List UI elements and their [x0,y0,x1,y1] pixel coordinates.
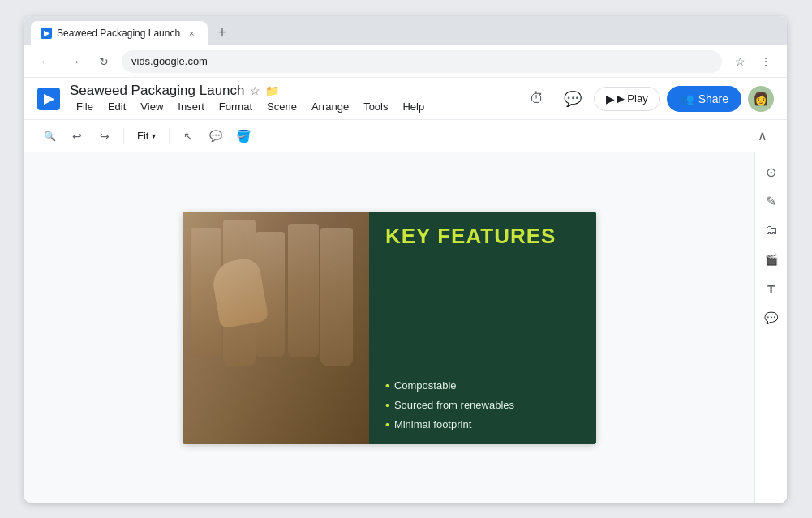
feature-2: • Sourced from renewables [385,399,580,412]
menu-help[interactable]: Help [396,99,431,114]
refresh-button[interactable]: ↻ [92,50,115,73]
comment-button[interactable]: 💬 [558,84,587,113]
app-title-section: Seaweed Packaging Launch ☆ 📁 File Edit V… [70,83,431,114]
photo-overlay [183,212,369,444]
user-avatar[interactable]: 👩 [748,86,774,112]
folder-icon[interactable]: 📁 [265,84,279,97]
redo-button[interactable]: ↪ [92,124,117,148]
play-button[interactable]: ▶ ▶ Play [594,87,660,111]
menu-insert[interactable]: Insert [171,99,211,114]
media-button[interactable]: 🎬 [758,246,784,272]
toolbar: 🔍 ↩ ↪ Fit ▾ ↖ 💬 🪣 ∧ [24,120,787,152]
tab-title: Seaweed Packaging Launch [57,28,180,39]
folder-button[interactable]: 🗂 [758,217,784,243]
undo-button[interactable]: ↩ [65,124,89,148]
fit-chevron-icon: ▾ [152,131,156,140]
tab-favicon: ▶ [41,28,52,39]
feature-2-text: Sourced from renewables [394,399,514,411]
right-panel: ⊙ ✎ 🗂 🎬 T 💬 [754,152,787,503]
menu-arrange[interactable]: Arrange [305,99,355,114]
zoom-out-button[interactable]: 🔍 [37,124,62,148]
nav-right-area: ☆ ⋮ [728,50,777,73]
share-button[interactable]: 👥 Share [667,86,741,112]
new-tab-button[interactable]: + [211,21,234,44]
address-bar[interactable]: vids.google.com [122,50,722,73]
nav-bar: ← → ↻ vids.google.com ☆ ⋮ [24,45,787,78]
toolbar-divider-1 [123,128,124,144]
bullet-2: • [385,399,389,412]
share-label: Share [698,92,728,105]
pottery-photo [183,212,369,444]
menu-edit[interactable]: Edit [101,99,132,114]
slide-right: KEY FEATURES • Compostable • Sourced fro… [369,212,596,444]
menu-tools[interactable]: Tools [357,99,394,114]
slide-photo-left [183,212,369,444]
menu-scene[interactable]: Scene [260,99,303,114]
fit-label: Fit [137,130,148,142]
back-button[interactable]: ← [34,50,57,73]
main-area: KEY FEATURES • Compostable • Sourced fro… [24,152,787,503]
text-button[interactable]: T [758,276,784,302]
tab-close-button[interactable]: × [185,27,198,40]
app-title: Seaweed Packaging Launch [70,83,245,99]
record-button[interactable]: ⊙ [758,159,784,185]
bookmark-button[interactable]: ☆ [728,50,751,73]
text-comment-button[interactable]: 💬 [204,124,228,148]
tab-bar: ▶ Seaweed Packaging Launch × + [24,16,787,45]
app-icon: ▶ [37,88,60,110]
cursor-tool-button[interactable]: ↖ [176,124,200,148]
header-actions: ⏱ 💬 ▶ ▶ Play 👥 Share 👩 [522,84,774,113]
bullet-1: • [385,379,389,392]
forward-button[interactable]: → [63,50,86,73]
app-header: ▶ Seaweed Packaging Launch ☆ 📁 File Edit… [24,78,787,120]
feature-1: • Compostable [385,379,580,392]
edit-button[interactable]: ✎ [758,188,784,214]
feature-3-text: Minimal footprint [394,418,471,430]
menu-format[interactable]: Format [213,99,259,114]
menu-button[interactable]: ⋮ [754,50,777,73]
feature-3: • Minimal footprint [385,418,580,431]
paint-bucket-button[interactable]: 🪣 [231,124,256,148]
menu-bar: File Edit View Insert Format Scene Arran… [70,99,431,114]
collapse-button[interactable]: ∧ [751,125,774,148]
slide-canvas: KEY FEATURES • Compostable • Sourced fro… [183,212,596,444]
toolbar-divider-2 [169,128,170,144]
menu-file[interactable]: File [70,99,100,114]
play-icon: ▶ [606,92,615,105]
app-title-row: Seaweed Packaging Launch ☆ 📁 [70,83,431,99]
bullet-3: • [385,418,389,431]
fit-dropdown[interactable]: Fit ▾ [131,126,162,145]
active-tab[interactable]: ▶ Seaweed Packaging Launch × [31,21,208,45]
preview-area: KEY FEATURES • Compostable • Sourced fro… [24,152,754,503]
slide-title: KEY FEATURES [385,225,580,248]
feature-1-text: Compostable [394,379,457,392]
play-label: ▶ Play [617,92,648,105]
comment-panel-button[interactable]: 💬 [758,305,784,331]
star-icon[interactable]: ☆ [250,84,260,97]
history-button[interactable]: ⏱ [522,84,552,113]
slide-features: • Compostable • Sourced from renewables … [385,379,580,431]
menu-view[interactable]: View [134,99,170,114]
share-people-icon: 👥 [680,92,694,105]
pottery-container [183,212,369,444]
